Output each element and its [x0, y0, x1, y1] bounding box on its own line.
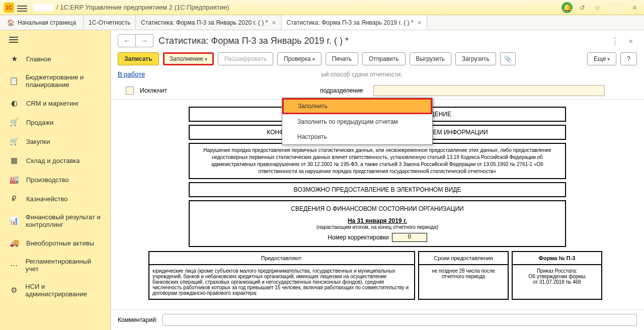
- search-field-collapsed[interactable]: [33, 4, 53, 12]
- sidebar-item-finresult[interactable]: 📊Финансовый результат и контроллинг: [0, 208, 110, 233]
- tab-label: 1С-Отчетность: [89, 19, 130, 26]
- more-vert-icon[interactable]: ⋮: [609, 35, 621, 47]
- status-link[interactable]: В работе: [118, 70, 145, 78]
- factory-icon: 🏭: [9, 175, 19, 184]
- tab-stat-2020[interactable]: Статистика: Форма П-3 за Январь 2020 г. …: [136, 15, 281, 30]
- subdivision-field[interactable]: [373, 85, 605, 96]
- dd-fill[interactable]: Заполнить: [282, 98, 432, 114]
- doc-heading-4: СВЕДЕНИЯ О ФИНАНСОВОМ СОСТОЯНИИ ОРГАНИЗА…: [194, 205, 561, 212]
- sidebar-item-label: Склад и доставка: [26, 157, 80, 164]
- sidebar-toggle-icon[interactable]: [0, 30, 110, 49]
- home-icon: 🏠: [7, 19, 15, 26]
- sidebar-item-admin[interactable]: ⚙НСИ и администрирование: [0, 278, 110, 303]
- table-header-deadline: Сроки предоставления: [418, 251, 509, 265]
- attach-button[interactable]: 📎: [500, 52, 516, 65]
- table-cell-form: Приказ Росстата: Об утверждении формы от…: [512, 265, 602, 300]
- sidebar-item-label: НСИ и администрирование: [25, 283, 101, 298]
- sidebar-item-label: Внеоборотные активы: [26, 239, 94, 247]
- close-icon[interactable]: ×: [272, 19, 276, 27]
- table-cell-deadline: не позднее 28 числа после отчетного пери…: [418, 265, 509, 300]
- notifications-icon[interactable]: 🔔: [561, 2, 573, 13]
- fill-dropdown-menu: Заполнить Заполнить по предыдущим отчета…: [282, 98, 433, 145]
- order-label: Приказ Росстата:: [516, 268, 598, 274]
- close-icon[interactable]: ×: [625, 35, 637, 47]
- korr-field[interactable]: 0: [392, 233, 427, 242]
- ruble-icon: ₽: [9, 194, 19, 203]
- table-header-form: Форма № П-3: [512, 251, 602, 265]
- sidebar-item-label: Финансовый результат и контроллинг: [26, 213, 101, 228]
- sidebar-item-label: Главное: [26, 55, 51, 63]
- sidebar-item-production[interactable]: 🏭Производство: [0, 170, 110, 189]
- exclude-label-partial: Исключит: [140, 87, 167, 94]
- history-icon[interactable]: ↺: [577, 2, 588, 13]
- table-header-provide: Предоставляют:: [148, 251, 415, 265]
- sidebar-item-label: Продажи: [26, 119, 53, 126]
- korr-label: Номер корректировки: [328, 234, 389, 241]
- sidebar-item-crm[interactable]: ◐CRM и маркетинг: [0, 94, 110, 113]
- comment-input[interactable]: [163, 314, 637, 326]
- gear-icon: ⚙: [9, 286, 18, 295]
- sidebar-item-label: Закупки: [26, 138, 50, 145]
- toolbar: Записать Заполнение Расшифровать Проверк…: [111, 49, 644, 68]
- star-icon: ★: [9, 54, 19, 63]
- pie-icon: ◐: [9, 99, 19, 108]
- print-button[interactable]: Печать: [326, 52, 358, 65]
- close-icon[interactable]: ×: [417, 19, 421, 27]
- check-dropdown-button[interactable]: Проверка: [277, 52, 321, 65]
- sidebar-item-sales[interactable]: 🛒Продажи: [0, 113, 110, 132]
- dd-fill-prev[interactable]: Заполнить по предыдущим отчетам: [282, 114, 432, 129]
- save-button[interactable]: Записать: [118, 52, 159, 65]
- dd-setup[interactable]: Настроить: [282, 129, 432, 144]
- tab-home[interactable]: 🏠 Начальная страница: [0, 15, 84, 30]
- table-cell-provide: юридические лица (кроме субъектов малого…: [148, 265, 415, 300]
- tab-reporting[interactable]: 1С-Отчетность: [84, 15, 136, 30]
- sidebar-item-purchase[interactable]: 🛒Закупки: [0, 132, 110, 151]
- status-text: ый способ сдачи отчетности.: [321, 71, 402, 78]
- sidebar-item-accounting[interactable]: ⋯Регламентированный учет: [0, 253, 110, 278]
- sidebar-item-label: CRM и маркетинг: [26, 100, 79, 107]
- doc-warning: Нарушение порядка предоставления первичн…: [189, 143, 566, 179]
- sidebar-item-budget[interactable]: 📋Бюджетирование и планирование: [0, 68, 110, 94]
- sidebar-item-label: Регламентированный учет: [26, 258, 101, 273]
- clipboard-icon: 📋: [9, 76, 19, 86]
- cart-icon: 🛒: [9, 118, 19, 127]
- order-number: от 31.07.2018 № 468: [516, 279, 598, 285]
- decode-button[interactable]: Расшифровать: [218, 52, 273, 65]
- main-menu-icon[interactable]: [17, 4, 27, 11]
- sidebar-item-warehouse[interactable]: ▦Склад и доставка: [0, 151, 110, 170]
- help-button[interactable]: ?: [620, 52, 637, 65]
- send-button[interactable]: Отправить: [362, 52, 406, 65]
- menu-icon[interactable]: ≡: [629, 2, 640, 13]
- comment-label: Комментарий:: [118, 316, 157, 323]
- sidebar-item-main[interactable]: ★Главное: [0, 49, 110, 68]
- tabs-bar: 🏠 Начальная страница 1С-Отчетность Стати…: [0, 15, 644, 30]
- page-title: Статистика: Форма П-3 за Январь 2019 г. …: [158, 36, 604, 46]
- sidebar-item-assets[interactable]: 🚚Внеоборотные активы: [0, 233, 110, 253]
- chart-icon: 📊: [9, 216, 19, 225]
- doc-sub: (нарастающим итогом, на конец отчетного …: [194, 224, 561, 230]
- truck-icon: 🚚: [9, 238, 19, 248]
- sidebar-item-treasury[interactable]: ₽Казначейство: [0, 189, 110, 208]
- more-button[interactable]: Еще: [587, 52, 616, 65]
- doc-date: На 31 января 2019 г.: [194, 217, 561, 224]
- tree-icon: ⋯: [9, 261, 19, 270]
- boxes-icon: ▦: [9, 156, 19, 165]
- titlebar: 1C / 1С:ERP Управление предприятием 2 (1…: [0, 0, 644, 15]
- nav-forward-button[interactable]: →: [136, 34, 153, 47]
- exclude-checkbox[interactable]: [126, 87, 134, 95]
- sidebar-item-label: Бюджетирование и планирование: [26, 73, 101, 89]
- import-button[interactable]: Загрузить: [455, 52, 496, 65]
- favorites-icon[interactable]: ☆: [592, 2, 603, 13]
- fill-dropdown-button[interactable]: Заполнение: [163, 52, 214, 65]
- window-title: / 1С:ERP Управление предприятием 2 (1С:П…: [56, 4, 561, 11]
- doc-info-box: СВЕДЕНИЯ О ФИНАНСОВОМ СОСТОЯНИИ ОРГАНИЗА…: [189, 200, 566, 247]
- tab-stat-2019[interactable]: Статистика: Форма П-3 за Январь 2019 г. …: [282, 15, 427, 30]
- order-title: Об утверждении формы: [516, 274, 598, 279]
- nav-back-button[interactable]: ←: [118, 34, 136, 47]
- nav-sidebar: ★Главное 📋Бюджетирование и планирование …: [0, 30, 111, 330]
- app-logo-icon: 1C: [4, 3, 14, 13]
- sidebar-item-label: Производство: [26, 176, 69, 184]
- export-button[interactable]: Выгрузить: [410, 52, 452, 65]
- content-area: ← → Статистика: Форма П-3 за Январь 2019…: [111, 30, 644, 330]
- user-badge[interactable]: [607, 2, 625, 13]
